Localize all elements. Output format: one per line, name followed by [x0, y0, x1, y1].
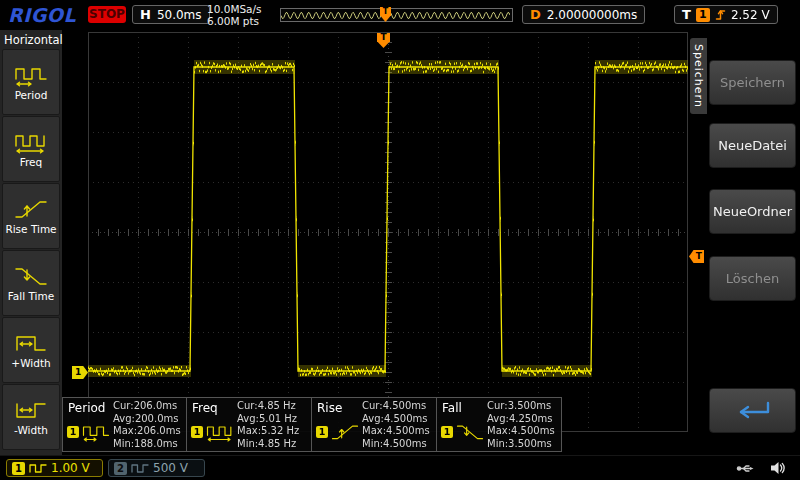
rise-time-icon [14, 197, 48, 221]
menu-item-label: Fall Time [8, 290, 54, 302]
measurement-values: Cur:3.500ms Avg:4.250ms Max:4.500ms Min:… [487, 400, 555, 450]
delay-value: 2.00000000ms [547, 8, 637, 22]
save-menu-tab-label: Speichern [692, 44, 705, 108]
memory-position-bar: T [280, 8, 513, 22]
channel-badge: 1 [191, 426, 203, 438]
measurement-values: Cur:4.85 Hz Avg:5.01 Hz Max:5.32 Hz Min:… [237, 400, 299, 450]
measurement-source: 1 [67, 422, 111, 442]
measurement-avg: Avg:4.500ms [362, 413, 430, 426]
rigol-logo: RIGOL [8, 4, 76, 26]
memory-trigger-label: T [383, 7, 388, 16]
save-menu-tab: Speichern [690, 38, 707, 114]
menu-item-freq[interactable]: Freq [2, 116, 60, 182]
acquisition-info: 10.0MSa/s 6.00M pts [207, 3, 262, 27]
measurement-max: Max:5.32 Hz [237, 425, 299, 438]
measurement-min: Min:3.500ms [487, 438, 555, 451]
measurement-min: Min:4.85 Hz [237, 438, 299, 451]
channel1-badge: 1 [12, 462, 25, 475]
menu-item-label: Period [15, 89, 48, 101]
period-icon [14, 63, 48, 87]
measurement-avg: Avg:4.250ms [487, 413, 555, 426]
sample-rate: 10.0MSa/s [207, 3, 262, 15]
pos-width-icon [14, 331, 48, 355]
top-bar: RIGOL STOP H 50.0ms 10.0MSa/s 6.00M pts … [0, 0, 800, 30]
channel-badge: 1 [441, 426, 453, 438]
left-menu: Horizontal Period Freq Rise Time Fall Ti… [0, 30, 62, 455]
horizontal-value: 50.0ms [157, 8, 202, 22]
channel2-badge: 2 [114, 462, 127, 475]
neg-width-icon [14, 398, 48, 422]
measurement-max: Max:206.0ms [113, 425, 181, 438]
menu-item-fall-time[interactable]: Fall Time [2, 250, 60, 316]
channel-badge: 1 [67, 426, 79, 438]
channel2-scale: 500 V [153, 461, 188, 475]
fall-time-icon [14, 264, 48, 288]
softkey-neuedatei[interactable]: NeueDatei [709, 123, 796, 168]
measurement-rise: Rise 1 Cur:4.500ms Avg:4.500ms Max:4.500… [312, 397, 437, 452]
softkey-loeschen[interactable]: Löschen [709, 256, 796, 301]
measurement-avg: Avg:200.0ms [113, 413, 181, 426]
freq-icon [205, 422, 235, 442]
softkey-back[interactable] [709, 388, 796, 433]
scope-canvas [88, 32, 688, 432]
menu-item-pos-width[interactable]: +Width [2, 317, 60, 383]
freq-icon [14, 130, 48, 154]
left-menu-title: Horizontal [0, 30, 62, 48]
menu-item-label: Freq [20, 156, 43, 168]
rising-edge-icon [715, 8, 726, 22]
measurement-cur: Cur:4.500ms [362, 400, 430, 413]
fall-time-icon [455, 422, 485, 442]
memory-depth: 6.00M pts [207, 15, 262, 27]
channel1-scale: 1.00 V [51, 461, 90, 475]
trigger-source-badge: 1 [696, 8, 710, 22]
delay-readout[interactable]: D 2.00000000ms [522, 5, 645, 24]
trigger-level-marker[interactable]: T [689, 250, 704, 263]
channel2-waveform-icon [131, 462, 149, 474]
horizontal-scale-readout[interactable]: H 50.0ms [132, 5, 210, 24]
measurement-name: Freq [192, 401, 218, 415]
softkey-speichern[interactable]: Speichern [709, 60, 796, 105]
channel1-status[interactable]: 1 1.00 V [6, 459, 103, 477]
measurement-fall: Fall 1 Cur:3.500ms Avg:4.250ms Max:4.500… [437, 397, 562, 452]
memory-bar-canvas [281, 9, 510, 21]
channel1-waveform-icon [29, 462, 47, 474]
period-icon [81, 422, 111, 442]
trigger-position-label: T [380, 32, 386, 42]
menu-item-period[interactable]: Period [2, 49, 60, 115]
measurement-cur: Cur:4.85 Hz [237, 400, 299, 413]
menu-item-label: +Width [11, 357, 50, 369]
rise-time-icon [330, 422, 360, 442]
trigger-level-value: 2.52 V [731, 8, 770, 22]
measurement-panel: Period 1 Cur:206.0ms Avg:200.0ms Max:206… [62, 397, 562, 452]
measurement-values: Cur:206.0ms Avg:200.0ms Max:206.0ms Min:… [113, 400, 181, 450]
measurement-freq: Freq 1 Cur:4.85 Hz Avg:5.01 Hz Max:5.32 … [187, 397, 312, 452]
measurement-max: Max:4.500ms [362, 425, 430, 438]
measurement-cur: Cur:206.0ms [113, 400, 181, 413]
horizontal-label: H [140, 7, 151, 22]
delay-label: D [530, 7, 541, 22]
measurement-min: Min:188.0ms [113, 438, 181, 451]
measurement-max: Max:4.500ms [487, 425, 555, 438]
measurement-source: 1 [441, 422, 485, 442]
measurement-min: Min:4.500ms [362, 438, 430, 451]
measurement-avg: Avg:5.01 Hz [237, 413, 299, 426]
measurement-source: 1 [191, 422, 235, 442]
menu-item-neg-width[interactable]: -Width [2, 384, 60, 450]
run-state-badge[interactable]: STOP [88, 6, 126, 23]
oscilloscope-screen: RIGOL STOP H 50.0ms 10.0MSa/s 6.00M pts … [0, 0, 800, 480]
channel1-offset-marker[interactable]: 1 [72, 366, 88, 379]
softkey-neueordner[interactable]: NeueOrdner [709, 189, 796, 234]
menu-item-label: Rise Time [5, 223, 56, 235]
trigger-readout[interactable]: T 1 2.52 V [674, 5, 778, 24]
back-arrow-icon [731, 398, 775, 424]
menu-item-rise-time[interactable]: Rise Time [2, 183, 60, 249]
measurement-name: Fall [442, 401, 462, 415]
bottom-bar: 1 1.00 V 2 500 V [0, 455, 800, 480]
trigger-label: T [682, 7, 691, 22]
measurement-values: Cur:4.500ms Avg:4.500ms Max:4.500ms Min:… [362, 400, 430, 450]
channel2-status[interactable]: 2 500 V [108, 459, 205, 477]
measurement-name: Rise [317, 401, 342, 415]
measurement-period: Period 1 Cur:206.0ms Avg:200.0ms Max:206… [62, 397, 187, 452]
measurement-name: Period [68, 401, 105, 415]
measurement-source: 1 [316, 422, 360, 442]
